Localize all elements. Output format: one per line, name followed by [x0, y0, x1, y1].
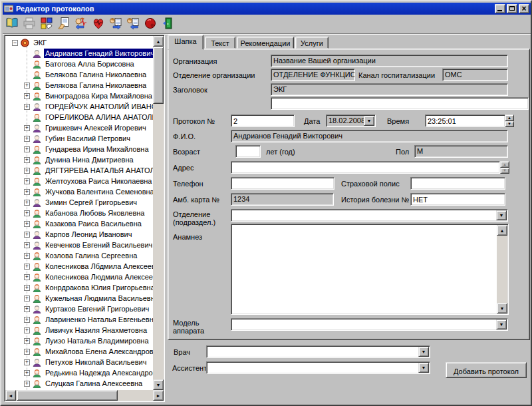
doctor-dropdown-arrow-icon[interactable]: ▼: [418, 347, 429, 357]
tree-item[interactable]: +Жучкова Валентина Семеновна: [24, 186, 153, 197]
doctor-combo[interactable]: ▼: [206, 345, 430, 358]
export-protocol-icon[interactable]: [109, 17, 124, 31]
patient-name[interactable]: Луизо Наталья Владимировна: [44, 336, 150, 345]
time-spinner[interactable]: ▲ ▼: [505, 114, 514, 127]
tree-item[interactable]: Андрианов Генадий Викторович: [24, 48, 153, 59]
tree-item[interactable]: +Губин Василий Петрович: [24, 133, 153, 144]
patient-name[interactable]: Михайлова Елена Александровна: [44, 347, 153, 356]
tree-item[interactable]: +Колесникова Людмила Алексеевна: [24, 272, 153, 282]
scroll-right-button[interactable]: ►: [153, 390, 164, 401]
expand-plus-icon[interactable]: +: [24, 200, 30, 206]
subdivision-dropdown-arrow-icon[interactable]: ▼: [496, 210, 507, 220]
tree-item[interactable]: +Конрдракова Юлия Григорьевна: [24, 282, 153, 293]
patient-name[interactable]: Дунина Нина Дмитриевна: [44, 155, 135, 164]
date-dropdown-arrow-icon[interactable]: ▼: [364, 116, 374, 126]
patient-name[interactable]: Петухов Николай Васильевич: [44, 357, 148, 367]
color-settings-icon[interactable]: [40, 17, 55, 31]
edit-document-icon[interactable]: [57, 17, 72, 31]
patient-name[interactable]: Карпов Леонид Иванович: [44, 230, 133, 239]
protocol-no-input[interactable]: [231, 114, 295, 127]
tree-item[interactable]: +Виноградова Кира Михайловна: [24, 91, 153, 101]
expand-plus-icon[interactable]: +: [24, 157, 30, 163]
tree-item[interactable]: +Колесникова Лбдмила Алексеевна: [24, 261, 153, 272]
tree-item[interactable]: +Кевченков Евгений Васильевич: [24, 240, 153, 250]
expand-plus-icon[interactable]: +: [24, 349, 30, 355]
patient-name[interactable]: Кевченков Евгений Васильевич: [44, 240, 153, 250]
expand-plus-icon[interactable]: +: [24, 83, 30, 89]
tree-item[interactable]: +Куртаков Евгений Григорьевич: [24, 304, 153, 314]
tree-root-label[interactable]: ЭКГ: [32, 38, 48, 47]
patient-name[interactable]: Конрдракова Юлия Григорьевна: [44, 283, 153, 292]
tab-text[interactable]: Текст: [205, 37, 235, 49]
patient-name[interactable]: Желтоухова Раиса Николаевна: [44, 176, 153, 186]
tree-item[interactable]: +Кужельная Людмила Васильевна: [24, 293, 153, 304]
expand-plus-icon[interactable]: +: [24, 136, 30, 142]
patient-name[interactable]: Козлова Галина Сергеевна: [44, 251, 138, 260]
tree-root[interactable]: − ЭКГ: [12, 37, 153, 48]
maximize-button[interactable]: [507, 4, 517, 13]
horizontal-scrollbar[interactable]: ◄ ►: [5, 390, 164, 401]
expand-plus-icon[interactable]: +: [24, 242, 30, 248]
expand-plus-icon[interactable]: +: [24, 370, 30, 376]
patient-name[interactable]: ГОРДЕЙЧУК АНАТОЛИЙ ИВАНОВИЧ: [44, 102, 153, 111]
assistant-dropdown-arrow-icon[interactable]: ▼: [418, 363, 429, 373]
tree-item[interactable]: Белякова Галина Николаевна: [24, 69, 153, 80]
time-spin-down-icon[interactable]: ▼: [505, 121, 514, 128]
patient-name[interactable]: Андрианов Генадий Викторович: [44, 49, 153, 58]
time-spin-up-icon[interactable]: ▲: [505, 114, 514, 121]
tab-recommendations[interactable]: Рекомендации: [237, 37, 294, 49]
anamnesis-scrollbar[interactable]: ▲ ▼: [497, 225, 507, 313]
patient-name[interactable]: Казакова Раиса Васильевна: [44, 219, 143, 228]
patient-name[interactable]: Батогова Алла Борисовна: [44, 59, 136, 69]
tree-item[interactable]: +Гришкевич Алексей Игоревич: [24, 122, 153, 133]
patient-ecg-icon[interactable]: [74, 17, 89, 31]
tree-item[interactable]: +Редькина Надежда Александровна: [24, 367, 153, 378]
patient-name[interactable]: Гундарева Ирина Михайловна: [44, 144, 150, 154]
expand-plus-icon[interactable]: +: [24, 146, 30, 152]
patient-name[interactable]: Белякова Галина Николаевна: [44, 81, 148, 90]
patient-name[interactable]: Лавриненко Наталья Евгеньевна: [44, 315, 153, 324]
expand-plus-icon[interactable]: +: [24, 221, 30, 227]
tree-item[interactable]: +Лавриненко Наталья Евгеньевна: [24, 314, 153, 325]
scroll-up-button[interactable]: ▲: [153, 36, 164, 47]
expand-plus-icon[interactable]: +: [24, 285, 30, 291]
patient-name[interactable]: Слуцкая Галина Алексеевна: [44, 379, 144, 388]
tree-item[interactable]: +Слуцкая Галина Алексеевна: [24, 378, 153, 389]
patient-name[interactable]: Кужельная Людмила Васильевна: [44, 294, 153, 303]
exit-icon[interactable]: [161, 17, 176, 31]
add-protocol-button[interactable]: Добавить протокол: [446, 362, 527, 378]
expand-plus-icon[interactable]: +: [24, 189, 30, 195]
patient-name[interactable]: Ливичук Назиля Янахметовна: [44, 325, 148, 335]
tree-item[interactable]: +ГОРДЕЙЧУК АНАТОЛИЙ ИВАНОВИЧ: [24, 101, 153, 112]
patient-name[interactable]: Куртаков Евгений Григорьевич: [44, 304, 150, 313]
expand-plus-icon[interactable]: +: [24, 317, 30, 323]
anamnesis-scroll-up-icon[interactable]: ▲: [497, 225, 507, 236]
tree-item[interactable]: +ДЯГТЯРЕВА НАТАЛЬЯ АНАТОЛЬЕВНА: [24, 165, 153, 176]
expand-plus-icon[interactable]: +: [24, 338, 30, 344]
tree-item[interactable]: +Белякова Галина Николаевна: [24, 80, 153, 91]
tree-item[interactable]: Батогова Алла Борисовна: [24, 59, 153, 69]
tree-item[interactable]: +Ливичук Назиля Янахметовна: [24, 325, 153, 335]
tree-item[interactable]: +Козлова Галина Сергеевна: [24, 250, 153, 261]
tree-item[interactable]: +Зимин Сергей Григорьевич: [24, 197, 153, 208]
patient-name[interactable]: ГОРЕЛИКОВА АЛИНА АНАТОЛЬЕВНА: [44, 112, 153, 122]
tree-item[interactable]: +Карпов Леонид Иванович: [24, 229, 153, 240]
protocol-book-icon[interactable]: [5, 17, 20, 31]
scroll-left-button[interactable]: ◄: [5, 390, 16, 401]
time-input[interactable]: [425, 114, 505, 127]
patient-name[interactable]: Колесникова Лбдмила Алексеевна: [44, 262, 153, 271]
device-model-combo[interactable]: ▼: [231, 318, 508, 331]
tree-item[interactable]: +Петухов Николай Васильевич: [24, 357, 153, 367]
expand-plus-icon[interactable]: +: [24, 232, 30, 238]
database-icon[interactable]: [144, 17, 158, 31]
patient-name[interactable]: ДЯГТЯРЕВА НАТАЛЬЯ АНАТОЛЬЕВНА: [44, 166, 153, 175]
tree-item[interactable]: +Желтоухова Раиса Николаевна: [24, 176, 153, 186]
date-dropdown[interactable]: 18.02.2008 ▼: [326, 114, 376, 127]
expand-plus-icon[interactable]: +: [24, 359, 30, 365]
tree-item[interactable]: +Кабанова Любовь Яковлевна: [24, 208, 153, 218]
import-protocol-icon[interactable]: [126, 17, 141, 31]
tree-item[interactable]: +Михайлова Елена Александровна: [24, 346, 153, 357]
patient-name[interactable]: Белякова Галина Николаевна: [44, 70, 148, 79]
collapse-minus-icon[interactable]: −: [12, 40, 18, 46]
expand-plus-icon[interactable]: +: [24, 253, 30, 259]
